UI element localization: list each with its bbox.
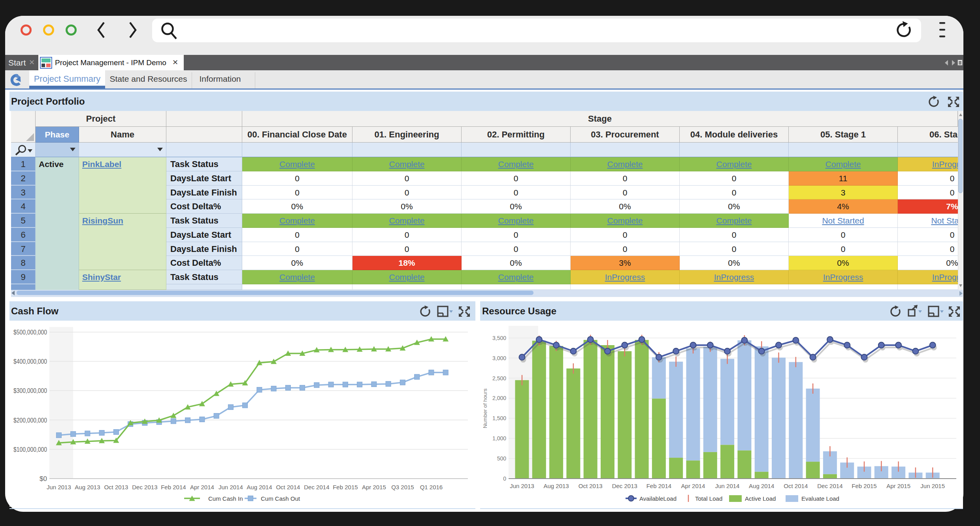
svg-text:Jun 2014: Jun 2014	[219, 484, 243, 490]
svg-text:Oct 2014: Oct 2014	[784, 483, 808, 489]
svg-text:2,500: 2,500	[492, 375, 506, 381]
svg-text:Apr 2015: Apr 2015	[886, 483, 910, 489]
svg-text:Feb 2015: Feb 2015	[852, 483, 876, 489]
svg-text:Apr 2014: Apr 2014	[190, 484, 214, 490]
svg-text:1,000: 1,000	[492, 435, 506, 441]
svg-text:Aug 2013: Aug 2013	[543, 483, 569, 489]
svg-text:Dec 2013: Dec 2013	[612, 483, 637, 489]
svg-text:Apr 2015: Apr 2015	[362, 484, 386, 490]
svg-text:Feb 2014: Feb 2014	[161, 484, 186, 490]
svg-text:AvailableLoad: AvailableLoad	[639, 495, 677, 502]
svg-text:Jun 2013: Jun 2013	[47, 484, 71, 490]
svg-text:$0: $0	[40, 475, 47, 483]
svg-text:Q1 2016: Q1 2016	[420, 484, 443, 490]
svg-text:$100,000,000: $100,000,000	[13, 446, 47, 453]
svg-text:Feb 2015: Feb 2015	[333, 484, 358, 490]
svg-text:Aug 2014: Aug 2014	[749, 483, 774, 489]
svg-text:$200,000,000: $200,000,000	[13, 417, 47, 424]
svg-text:Active Load: Active Load	[745, 495, 776, 502]
svg-text:Oct 2014: Oct 2014	[276, 484, 300, 490]
svg-text:Jun 2013: Jun 2013	[510, 483, 534, 489]
svg-text:Cum Cash Out: Cum Cash Out	[261, 495, 300, 502]
svg-text:$300,000,000: $300,000,000	[13, 387, 47, 394]
svg-text:Dec 2014: Dec 2014	[304, 484, 329, 490]
svg-text:Jun 2015: Jun 2015	[920, 483, 945, 489]
svg-text:0: 0	[503, 475, 506, 482]
svg-text:2,000: 2,000	[492, 395, 506, 401]
svg-text:Feb 2014: Feb 2014	[646, 483, 671, 489]
svg-text:Q3 2015: Q3 2015	[391, 484, 414, 490]
svg-text:Jun 2014: Jun 2014	[715, 483, 740, 489]
svg-text:Total Load: Total Load	[695, 495, 722, 502]
svg-text:$500,000,000: $500,000,000	[13, 329, 47, 336]
svg-text:1,500: 1,500	[492, 415, 506, 421]
svg-text:Dec 2014: Dec 2014	[817, 483, 842, 489]
svg-text:Evaluate Load: Evaluate Load	[801, 495, 839, 502]
svg-text:Dec 2013: Dec 2013	[132, 484, 157, 490]
svg-text:Aug 2014: Aug 2014	[247, 484, 272, 490]
svg-text:Cum Cash In: Cum Cash In	[208, 495, 243, 502]
svg-text:500: 500	[497, 455, 507, 462]
svg-text:Number of hours: Number of hours	[482, 388, 488, 428]
svg-text:3,500: 3,500	[492, 335, 506, 341]
svg-text:Apr 2014: Apr 2014	[681, 483, 705, 489]
svg-text:Oct 2013: Oct 2013	[104, 484, 128, 490]
svg-text:Aug 2013: Aug 2013	[75, 484, 100, 490]
svg-text:3,000: 3,000	[492, 355, 506, 361]
svg-text:Oct 2013: Oct 2013	[579, 483, 603, 489]
svg-text:$400,000,000: $400,000,000	[13, 358, 47, 365]
